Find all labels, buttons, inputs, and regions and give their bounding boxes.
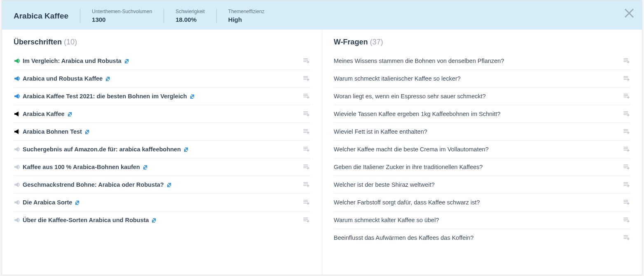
headline-label: Im Vergleich: Arabica und Robusta — [23, 58, 122, 64]
add-to-list-button[interactable] — [623, 93, 630, 100]
panel-body: Überschriften (10) Im Vergleich: Arabica… — [2, 30, 642, 275]
headline-text: Über die Kaffee-Sorten Arabica und Robus… — [23, 217, 303, 223]
headline-text: Arabica Kaffee Test 2021: die besten Boh… — [23, 93, 303, 100]
add-to-list-button[interactable] — [623, 163, 630, 171]
question-text: Geben die Italiener Zucker in ihre tradi… — [334, 164, 623, 170]
external-link-icon[interactable] — [143, 165, 148, 170]
close-button[interactable] — [624, 8, 635, 19]
column-count: (37) — [370, 38, 383, 46]
headline-label: Geschmackstrend Bohne: Arabica oder Robu… — [23, 181, 164, 188]
close-icon — [624, 8, 635, 19]
question-row: Warum schmeckt kalter Kaffee so übel? — [334, 211, 630, 229]
external-link-icon[interactable] — [75, 200, 80, 205]
question-text: Welcher Farbstoff sorgt dafür, dass Kaff… — [334, 199, 623, 206]
headline-text: Arabica Kaffee — [23, 111, 303, 117]
headline-text: Suchergebnis auf Amazon.de für: arabica … — [23, 146, 303, 153]
external-link-icon[interactable] — [151, 218, 157, 223]
headlines-list: Im Vergleich: Arabica und RobustaArabica… — [14, 52, 310, 229]
topic-title: Arabica Kaffee — [14, 12, 80, 21]
headlines-column: Überschriften (10) Im Vergleich: Arabica… — [2, 30, 322, 275]
headline-label: Kaffee aus 100 % Arabica-Bohnen kaufen — [23, 164, 140, 170]
stat-search-volume: Unterthemen-Suchvolumen 1300 — [80, 9, 164, 23]
stat-value: High — [228, 16, 265, 23]
add-to-list-button[interactable] — [303, 93, 310, 100]
megaphone-icon — [14, 58, 23, 64]
stat-label: Schwierigkeit — [176, 9, 205, 14]
add-to-list-button[interactable] — [303, 57, 310, 65]
headline-text: Im Vergleich: Arabica und Robusta — [23, 58, 303, 64]
headline-row: Arabica Kaffee — [14, 105, 310, 123]
megaphone-icon — [14, 93, 23, 100]
question-text: Beeinflusst das Aufwärmen des Kaffees da… — [334, 234, 623, 241]
megaphone-icon — [14, 217, 23, 223]
headline-text: Kaffee aus 100 % Arabica-Bohnen kaufen — [23, 164, 303, 170]
headline-label: Arabica Bohnen Test — [23, 128, 82, 135]
question-text: Warum schmeckt kalter Kaffee so übel? — [334, 217, 623, 223]
external-link-icon[interactable] — [190, 94, 195, 99]
add-to-list-button[interactable] — [623, 199, 630, 206]
question-row: Welcher Farbstoff sorgt dafür, dass Kaff… — [334, 194, 630, 211]
headline-row: Kaffee aus 100 % Arabica-Bohnen kaufen — [14, 158, 310, 176]
external-link-icon[interactable] — [84, 129, 90, 135]
external-link-icon[interactable] — [105, 76, 110, 81]
headline-label: Arabica und Robusta Kaffee — [23, 75, 103, 82]
external-link-icon[interactable] — [166, 182, 172, 188]
headline-row: Über die Kaffee-Sorten Arabica und Robus… — [14, 211, 310, 229]
question-text: Welcher Kaffee macht die beste Crema im … — [334, 146, 623, 153]
headline-row: Geschmackstrend Bohne: Arabica oder Robu… — [14, 176, 310, 194]
stat-label: Themeneffizienz — [228, 9, 265, 14]
add-to-list-button[interactable] — [303, 128, 310, 135]
column-title-text: W-Fragen — [334, 38, 368, 46]
external-link-icon[interactable] — [124, 58, 129, 64]
question-text: Wieviele Tassen Kaffee ergeben 1kg Kaffe… — [334, 111, 623, 117]
add-to-list-button[interactable] — [623, 146, 630, 153]
question-text: Wieviel Fett ist in Kaffee enthalten? — [334, 128, 623, 135]
headline-row: Arabica und Robusta Kaffee — [14, 70, 310, 88]
questions-list: Meines Wissens stammen die Bohnen von de… — [334, 52, 630, 246]
question-text: Woran liegt es, wenn ein Espresso sehr s… — [334, 93, 623, 100]
add-to-list-button[interactable] — [623, 57, 630, 65]
question-row: Warum schmeckt italienischer Kaffee so l… — [334, 70, 630, 88]
headline-row: Die Arabica Sorte — [14, 194, 310, 211]
megaphone-icon — [14, 164, 23, 170]
external-link-icon[interactable] — [183, 147, 189, 152]
add-to-list-button[interactable] — [623, 216, 630, 224]
megaphone-icon — [14, 128, 23, 135]
question-row: Wieviel Fett ist in Kaffee enthalten? — [334, 123, 630, 141]
question-row: Beeinflusst das Aufwärmen des Kaffees da… — [334, 229, 630, 246]
add-to-list-button[interactable] — [303, 75, 310, 82]
add-to-list-button[interactable] — [303, 199, 310, 206]
add-to-list-button[interactable] — [303, 110, 310, 118]
headline-text: Arabica Bohnen Test — [23, 128, 303, 135]
add-to-list-button[interactable] — [623, 181, 630, 188]
column-title: Überschriften (10) — [14, 38, 310, 46]
headline-label: Arabica Kaffee Test 2021: die besten Boh… — [23, 93, 187, 100]
stat-label: Unterthemen-Suchvolumen — [92, 9, 152, 14]
add-to-list-button[interactable] — [303, 216, 310, 224]
add-to-list-button[interactable] — [303, 181, 310, 188]
question-row: Woran liegt es, wenn ein Espresso sehr s… — [334, 88, 630, 105]
stat-efficiency: Themeneffizienz High — [216, 9, 276, 23]
add-to-list-button[interactable] — [623, 128, 630, 135]
add-to-list-button[interactable] — [303, 163, 310, 171]
stat-value: 18.00% — [176, 16, 205, 23]
question-text: Welcher ist der beste Shiraz weltweit? — [334, 181, 623, 188]
stat-difficulty: Schwierigkeit 18.00% — [164, 9, 216, 23]
question-row: Geben die Italiener Zucker in ihre tradi… — [334, 158, 630, 176]
panel-header: Arabica Kaffee Unterthemen-Suchvolumen 1… — [2, 0, 642, 30]
add-to-list-button[interactable] — [623, 234, 630, 241]
add-to-list-button[interactable] — [303, 146, 310, 153]
headline-text: Geschmackstrend Bohne: Arabica oder Robu… — [23, 181, 303, 188]
add-to-list-button[interactable] — [623, 75, 630, 82]
megaphone-icon — [14, 199, 23, 206]
add-to-list-button[interactable] — [623, 110, 630, 118]
stat-value: 1300 — [92, 16, 152, 23]
external-link-icon[interactable] — [67, 111, 73, 117]
megaphone-icon — [14, 181, 23, 188]
question-row: Wieviele Tassen Kaffee ergeben 1kg Kaffe… — [334, 105, 630, 123]
headline-label: Suchergebnis auf Amazon.de für: arabica … — [23, 146, 181, 153]
headline-label: Die Arabica Sorte — [23, 199, 72, 206]
column-count: (10) — [64, 38, 77, 46]
question-text: Meines Wissens stammen die Bohnen von de… — [334, 58, 623, 64]
question-row: Welcher Kaffee macht die beste Crema im … — [334, 141, 630, 158]
